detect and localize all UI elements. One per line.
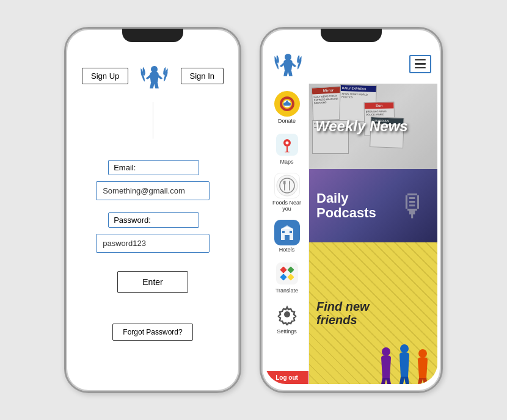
podcast-text: DailyPodcasts [316,191,376,220]
svg-point-9 [285,141,288,144]
find-friends-card[interactable]: Find newfriends [309,242,437,384]
person-1-icon [378,344,395,384]
notch-right [321,29,382,42]
email-label: Email: [108,160,199,175]
unhcr-logo-right [271,47,305,81]
weekly-news-overlay: Weekly News [309,84,437,169]
donate-label: Donate [278,118,296,125]
hotels-icon [274,220,300,245]
svg-point-27 [284,311,290,317]
foods-icon [274,173,300,198]
weekly-news-card[interactable]: Mirror DAILY NEWS TODAY EXPRESS HEADLINE… [309,84,437,169]
right-header [265,41,437,84]
donate-icon [274,91,300,117]
hamburger-line-1 [415,59,426,61]
svg-point-28 [382,347,390,356]
svg-rect-22 [276,262,298,284]
enter-button[interactable]: Enter [117,271,188,293]
password-label: Password: [108,212,199,228]
left-content: Sign Up [70,41,236,384]
microphone-icon: 🎙 [398,188,428,223]
svg-rect-19 [282,231,285,233]
hamburger-button[interactable] [409,55,431,73]
right-screen: Donate [265,41,437,384]
sidebar-item-maps[interactable]: Maps [265,128,308,169]
svg-rect-13 [284,181,285,190]
left-phone: Sign Up [64,27,241,393]
person-3-icon [414,346,431,384]
notch-left [122,29,183,42]
logout-button[interactable]: Log out [265,371,308,384]
svg-rect-15 [285,181,285,184]
foods-label: Foods Near you [268,200,306,213]
hamburger-line-3 [415,67,426,69]
friends-text: Find newfriends [316,300,370,327]
svg-point-10 [285,151,290,153]
person-2-icon [396,341,413,384]
settings-label: Settings [277,328,297,335]
login-form: Email: Password: Enter Forgot Password? [82,160,224,341]
right-content: Donate [265,41,437,384]
main-content: Mirror DAILY NEWS TODAY EXPRESS HEADLINE… [309,84,437,384]
signup-button[interactable]: Sign Up [82,68,128,84]
sidebar-item-hotels[interactable]: Hotels [265,216,308,257]
sidebar-item-translate[interactable]: Translate [265,257,308,298]
friends-figures [378,341,431,384]
sidebar-item-foods[interactable]: Foods Near you [265,169,308,217]
maps-label: Maps [280,159,293,165]
signin-button[interactable]: Sign In [181,68,224,84]
svg-point-30 [418,349,427,358]
sidebar-item-donate[interactable]: Donate [265,87,308,128]
svg-point-29 [400,344,409,353]
weekly-news-title: Weekly News [315,118,408,135]
svg-rect-5 [283,103,291,106]
vertical-divider [153,102,153,139]
email-input[interactable] [96,181,210,200]
sidebar: Donate [265,84,309,384]
svg-rect-18 [285,235,290,240]
left-screen: Sign Up [70,41,236,384]
right-body: Donate [265,84,437,384]
sidebar-item-settings[interactable]: Settings [265,298,308,339]
logo-center [137,59,171,93]
forgot-password-button[interactable]: Forgot Password? [112,324,192,341]
svg-rect-14 [283,181,284,184]
daily-podcasts-card[interactable]: 🎙 DailyPodcasts [309,169,437,242]
unhcr-logo [137,59,171,93]
hotels-label: Hotels [279,247,295,253]
translate-icon [274,261,300,286]
right-phone: Donate [260,27,443,393]
settings-icon [274,302,300,327]
svg-rect-20 [290,231,292,233]
daily-podcasts-title: DailyPodcasts [316,191,376,220]
maps-icon [274,132,300,158]
find-friends-title: Find newfriends [316,300,370,327]
hamburger-line-2 [415,63,426,65]
left-header: Sign Up [82,59,224,93]
translate-label: Translate [275,288,298,294]
password-input[interactable] [96,234,210,253]
